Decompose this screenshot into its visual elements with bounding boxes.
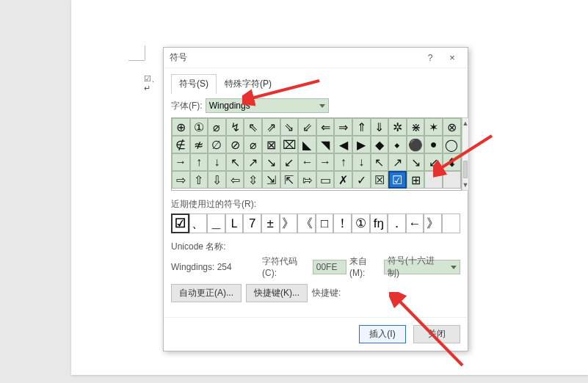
symbol-cell[interactable]: ↑ <box>334 153 352 171</box>
symbol-cell[interactable]: ↯ <box>226 118 244 136</box>
symbol-cell[interactable]: ↗ <box>244 153 262 171</box>
symbol-cell[interactable]: ⊠ <box>262 136 280 153</box>
grid-scrollbar[interactable]: ▲ ▼ <box>462 117 470 191</box>
symbol-cell[interactable]: ◀ <box>334 136 352 153</box>
scrollbar-thumb[interactable] <box>463 161 468 178</box>
char-code-field[interactable]: 00FE <box>313 260 346 274</box>
symbol-cell[interactable]: ⇳ <box>244 171 262 189</box>
recent-symbol-cell[interactable]: 7 <box>243 214 261 233</box>
recent-symbol-cell[interactable]: ． <box>388 214 406 233</box>
symbol-cell[interactable]: ⊕ <box>172 118 190 136</box>
symbol-cell[interactable]: ⌀ <box>208 118 226 136</box>
symbol-cell[interactable]: ⊘ <box>226 136 244 153</box>
symbol-cell[interactable]: ⊞ <box>407 171 425 189</box>
symbol-cell[interactable]: ☑ <box>388 171 407 189</box>
symbol-cell[interactable]: ⇑ <box>352 118 371 136</box>
recent-symbol-cell[interactable]: ☑ <box>171 214 189 233</box>
tab-special-chars[interactable]: 特殊字符(P) <box>217 74 280 94</box>
recent-symbol-cell[interactable]: 》 <box>424 214 442 233</box>
recent-symbol-cell[interactable]: □ <box>316 214 334 233</box>
scroll-down-icon[interactable]: ▼ <box>462 180 469 190</box>
symbol-cell[interactable]: ◥ <box>316 136 335 153</box>
symbol-cell[interactable]: ⌀ <box>244 136 262 153</box>
shortcut-label: 快捷键: <box>312 287 341 299</box>
symbol-cell[interactable]: ⚫ <box>407 136 425 153</box>
recent-symbol-cell[interactable]: Ｌ <box>225 214 244 233</box>
symbol-cell[interactable]: → <box>172 153 190 171</box>
symbol-cell[interactable]: ↖ <box>371 153 389 171</box>
recent-symbol-cell[interactable]: ± <box>261 214 280 233</box>
autocorrect-button[interactable]: 自动更正(A)... <box>171 284 242 302</box>
symbol-cell[interactable]: ↓ <box>208 153 226 171</box>
insert-button[interactable]: 插入(I) <box>359 325 406 343</box>
symbol-cell[interactable]: ☒ <box>371 171 389 189</box>
symbol-cell[interactable]: ⇙ <box>298 118 316 136</box>
symbol-cell[interactable]: ↗ <box>388 153 407 171</box>
symbol-cell[interactable]: ⇲ <box>262 171 280 189</box>
symbol-cell[interactable]: ① <box>190 118 208 136</box>
tab-symbols[interactable]: 符号(S) <box>171 74 217 94</box>
recent-symbol-cell[interactable]: 《 <box>297 214 316 233</box>
recent-symbol-cell[interactable]: ＿ <box>207 214 225 233</box>
symbol-cell[interactable]: ◆ <box>371 136 389 153</box>
symbol-cell[interactable] <box>443 171 461 189</box>
symbol-cell[interactable]: ∉ <box>172 136 190 153</box>
symbol-cell[interactable]: ↖ <box>226 153 244 171</box>
symbol-cell[interactable]: ↙ <box>280 153 299 171</box>
symbol-cell[interactable]: ∅ <box>208 136 226 153</box>
symbol-cell[interactable]: ↙ <box>424 153 443 171</box>
symbol-cell[interactable]: ⇨ <box>172 171 190 189</box>
recent-symbol-cell[interactable]: 》 <box>280 214 298 233</box>
symbol-cell[interactable]: ● <box>424 136 443 153</box>
symbol-cell[interactable]: ⇱ <box>280 171 299 189</box>
symbol-cell[interactable]: ⇒ <box>334 118 352 136</box>
symbol-cell[interactable]: ↑ <box>190 153 208 171</box>
symbol-cell[interactable]: ↓ <box>352 153 371 171</box>
symbol-cell[interactable]: ◣ <box>298 136 316 153</box>
close-dialog-button[interactable]: 关闭 <box>413 325 460 343</box>
symbol-cell[interactable]: ✗ <box>334 171 352 189</box>
symbol-cell[interactable]: ⇧ <box>190 171 208 189</box>
char-code-label: 字符代码(C): <box>262 255 310 278</box>
symbol-cell[interactable]: ⬥ <box>388 136 407 153</box>
symbol-cell[interactable]: ⊗ <box>443 118 461 136</box>
symbol-grid: ⊕①⌀↯⇖⇗⇘⇙⇐⇒⇑⇓✲⋇✶⊗∉≉∅⊘⌀⊠⌧◣◥◀▶◆⬥⚫●◯→↑↓↖↗↘↙←… <box>171 117 462 191</box>
recent-symbol-cell[interactable]: ① <box>352 214 370 233</box>
symbol-cell[interactable]: ⬍ <box>443 153 461 171</box>
symbol-cell[interactable]: ⇩ <box>208 171 226 189</box>
from-select[interactable]: 符号(十六进制) <box>384 260 460 274</box>
scroll-up-icon[interactable]: ▲ <box>462 118 469 128</box>
symbol-cell[interactable] <box>424 171 443 189</box>
font-select[interactable]: Wingdings <box>206 98 329 113</box>
help-button[interactable]: ? <box>419 53 441 63</box>
close-button[interactable]: × <box>441 52 463 63</box>
recent-symbol-cell[interactable]: ！ <box>333 214 352 233</box>
symbol-cell[interactable]: ⋇ <box>407 118 425 136</box>
recent-symbol-cell[interactable]: 、 <box>189 214 208 233</box>
recent-symbol-cell[interactable]: fŋ <box>370 214 388 233</box>
symbol-cell[interactable]: ▭ <box>316 171 335 189</box>
symbol-cell[interactable]: ↘ <box>407 153 425 171</box>
recent-symbol-cell[interactable] <box>442 214 460 233</box>
symbol-cell[interactable]: ≉ <box>190 136 208 153</box>
symbol-cell[interactable]: ⇖ <box>244 118 262 136</box>
symbol-cell[interactable]: ✶ <box>424 118 443 136</box>
symbol-cell[interactable]: ◯ <box>443 136 461 153</box>
symbol-cell[interactable]: ↘ <box>262 153 280 171</box>
symbol-cell[interactable]: ✓ <box>352 171 371 189</box>
symbol-cell[interactable]: ⇦ <box>226 171 244 189</box>
shortcut-button[interactable]: 快捷键(K)... <box>246 284 308 302</box>
paragraph-mark: ↵ <box>144 84 150 93</box>
symbol-cell[interactable]: ⌧ <box>280 136 299 153</box>
dialog-titlebar[interactable]: 符号 ? × <box>164 48 468 68</box>
symbol-cell[interactable]: ✲ <box>388 118 407 136</box>
symbol-cell[interactable]: → <box>316 153 335 171</box>
symbol-cell[interactable]: ⇰ <box>298 171 316 189</box>
symbol-cell[interactable]: ⇓ <box>371 118 389 136</box>
symbol-cell[interactable]: ← <box>298 153 316 171</box>
symbol-cell[interactable]: ⇐ <box>316 118 335 136</box>
symbol-cell[interactable]: ▶ <box>352 136 371 153</box>
recent-symbol-cell[interactable]: ← <box>406 214 424 233</box>
symbol-cell[interactable]: ⇗ <box>262 118 280 136</box>
symbol-cell[interactable]: ⇘ <box>280 118 299 136</box>
